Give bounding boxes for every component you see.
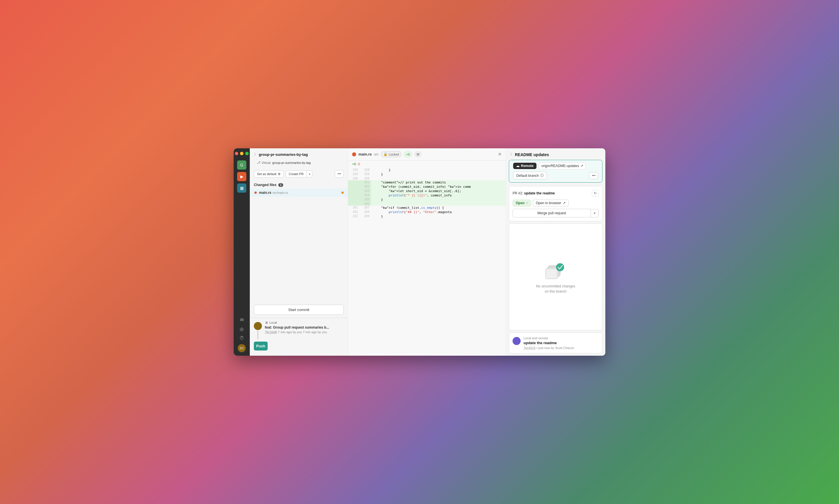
create-pr-button[interactable]: Create PR ▾ xyxy=(286,170,312,177)
plus-count-badge: +6 xyxy=(404,151,412,157)
left-panel-title: group-pr-summaries-by-tag xyxy=(259,152,308,157)
fullscreen-button[interactable] xyxy=(245,152,249,155)
history-icon[interactable]: ⏱ xyxy=(238,335,245,341)
target-icon[interactable]: ◎ xyxy=(238,326,245,332)
right-panel: ⠿ README updates ☁ Remote origin/README-… xyxy=(506,148,605,356)
default-branch-badge[interactable]: Default branch ⓘ xyxy=(513,172,547,179)
m-badge: M xyxy=(414,151,422,157)
line-content: } xyxy=(371,168,506,172)
merge-pull-request-button[interactable]: Merge pull request xyxy=(513,209,591,217)
code-content: 258258 }259259 }260260261 "comment">// p… xyxy=(348,168,506,356)
local-badge: 🖥 Local xyxy=(265,321,344,324)
branch-tag: ⎇ Virtual group-pr-summaries-by-tag xyxy=(254,160,344,166)
bottom-commit-info: Local and remote update the readme 7ec42… xyxy=(523,336,599,349)
close-button[interactable] xyxy=(235,152,238,155)
drag-handle-icon: ⠿ xyxy=(254,152,256,157)
code-line: 263 "kw">let short_oid = &commit_oid[..6… xyxy=(348,189,506,193)
empty-state-text: No uncommitted changes on this branch xyxy=(536,284,575,294)
lock-icon: 🔒 xyxy=(383,152,388,156)
code-line: 261 "comment">// print out the commits xyxy=(348,180,506,185)
open-badge: Open ↑ xyxy=(513,200,531,206)
minimize-button[interactable] xyxy=(240,152,244,155)
line-content: println!("## {}", "Other".magenta xyxy=(371,210,506,214)
line-num-new: 261 xyxy=(360,180,371,185)
changed-files-header: Changed files 1 xyxy=(250,181,348,188)
line-num-old xyxy=(348,185,360,189)
line-num-new: 265 xyxy=(360,198,371,202)
line-num-old: 262 xyxy=(348,210,360,214)
cloud-icon: ☁ xyxy=(516,164,519,168)
sidebar-icon-grid[interactable]: ▦ xyxy=(237,183,246,193)
line-num-new: 266 xyxy=(360,202,371,205)
line-num-new: 268 xyxy=(360,210,371,214)
code-line: 263269 } xyxy=(348,214,506,219)
remote-link[interactable]: origin/README-updates ↗ xyxy=(539,162,586,169)
traffic-lights xyxy=(234,152,251,155)
file-item-main-rs[interactable]: main.rs src/main.rs xyxy=(250,188,348,197)
commit-hash: 76c1bd6 xyxy=(265,330,277,334)
settings-icon: ⚙ xyxy=(278,172,281,176)
push-button[interactable]: Push xyxy=(254,342,268,350)
svg-rect-2 xyxy=(546,269,557,279)
line-num-old: 259 xyxy=(348,172,360,177)
start-commit-button[interactable]: Start commit xyxy=(254,305,344,315)
code-lines: 258258 }259259 }260260261 "comment">// p… xyxy=(348,168,506,219)
open-in-browser-button[interactable]: Open in browser ↗ xyxy=(533,200,569,206)
merge-row: Merge pull request ▾ xyxy=(513,209,599,217)
line-num-old xyxy=(348,202,360,205)
code-panel: main.rs src 🔒 Locked +6 M ✕ +6 -0 258258… xyxy=(348,148,506,356)
code-filepath: src xyxy=(374,152,379,156)
more-options-button[interactable]: ••• xyxy=(335,170,344,178)
line-num-new: 263 xyxy=(360,189,371,193)
remote-section: ☁ Remote origin/README-updates ↗ Default… xyxy=(509,160,603,183)
line-content: "comment">// print out the commits xyxy=(371,180,506,185)
file-status-icon xyxy=(254,192,257,194)
line-num-new: 258 xyxy=(360,168,371,172)
left-panel: ⠿ group-pr-summaries-by-tag ⎇ Virtual gr… xyxy=(250,148,348,356)
merge-dropdown-button[interactable]: ▾ xyxy=(591,209,599,217)
set-as-default-button[interactable]: Set as default ⚙ xyxy=(254,170,284,178)
line-num-new: 260 xyxy=(360,177,371,180)
sidebar-icon-g[interactable]: G xyxy=(237,160,246,169)
sidebar-icon-play[interactable]: ▶ xyxy=(237,172,246,181)
file-modified-dot xyxy=(341,192,344,194)
line-num-old xyxy=(348,193,360,198)
bottom-commit: Local and remote update the readme 7ec42… xyxy=(509,332,603,353)
pr-title: PR #2: update the readme xyxy=(513,191,555,195)
sidebar: G ▶ ▦ ✉ ◎ ⏱ SC xyxy=(234,148,250,356)
line-num-new: 259 xyxy=(360,172,371,177)
bottom-commit-message: update the readme xyxy=(523,341,599,345)
line-num-new: 267 xyxy=(360,205,371,210)
create-pr-dropdown-icon[interactable]: ▾ xyxy=(307,171,312,177)
diff-plus: +6 xyxy=(352,162,356,166)
mail-icon[interactable]: ✉ xyxy=(238,317,245,323)
right-drag-handle-icon: ⠿ xyxy=(510,152,513,157)
code-line: 258258 } xyxy=(348,168,506,172)
bottom-commit-hash: 7ec42c5 xyxy=(523,346,536,349)
close-file-button[interactable]: ✕ xyxy=(498,152,502,157)
remote-row: ☁ Remote origin/README-updates ↗ xyxy=(513,162,598,169)
avatar[interactable]: SC xyxy=(238,344,246,352)
left-panel-header: ⠿ group-pr-summaries-by-tag xyxy=(250,148,348,160)
changed-files-badge: 1 xyxy=(278,183,284,187)
line-content: "kw">if !commit_list.is_empty() { xyxy=(371,205,506,210)
code-line: 266 xyxy=(348,202,506,205)
right-panel-title: README updates xyxy=(515,152,549,157)
spacer xyxy=(250,197,348,302)
commit-time: 7 min ago by you xyxy=(278,330,302,334)
branch-more-button[interactable]: ••• xyxy=(589,172,598,179)
line-num-old: 258 xyxy=(348,168,360,172)
diff-minus: -0 xyxy=(357,162,360,166)
bottom-commit-avatar xyxy=(513,337,521,345)
svg-point-3 xyxy=(556,263,564,271)
commit-section: 🖥 Local feat: Group pull request summari… xyxy=(250,318,348,356)
main-content: ⠿ group-pr-summaries-by-tag ⎇ Virtual gr… xyxy=(250,148,605,356)
code-line: 261267 "kw">if !commit_list.is_empty() { xyxy=(348,205,506,210)
line-content xyxy=(371,177,506,180)
timeline-line xyxy=(254,321,262,339)
pr-refresh-button[interactable]: ↻ xyxy=(592,190,599,197)
external-link-icon: ↗ xyxy=(563,201,566,205)
file-path: src/main.rs xyxy=(272,191,288,194)
commit-avatar xyxy=(254,322,262,330)
commit-info: 🖥 Local feat: Group pull request summari… xyxy=(265,321,344,334)
